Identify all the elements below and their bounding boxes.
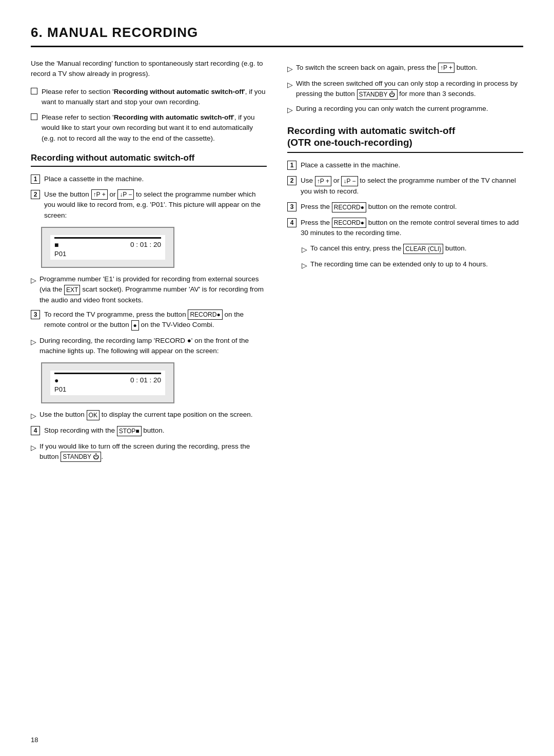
screen-icon-1: ■ — [54, 241, 58, 249]
arrow-right-icon-2: ▷ — [31, 337, 36, 347]
screen-icon-2: ● — [54, 376, 58, 384]
right-column: ▷ To switch the screen back on again, pr… — [287, 59, 523, 466]
bullet-item-2: Please refer to section 'Recording with … — [31, 112, 267, 144]
checkbox-icon — [31, 88, 37, 94]
step-1-text: Place a cassette in the machine. — [44, 174, 267, 184]
step-right-num-4: 4 — [287, 218, 296, 227]
right-arrow-1-text: To switch the screen back on again, pres… — [296, 63, 478, 73]
ok-kbd: OK — [87, 410, 100, 420]
arrow-record-text: During recording, the recording lamp 'RE… — [39, 336, 267, 357]
right-arrow-2-text: With the screen switched off you can onl… — [296, 79, 523, 100]
tp-minus-kbd-r2: ↓P − — [341, 176, 358, 186]
step-right-1: 1 Place a cassette in the machine. — [287, 160, 523, 170]
stop-kbd: STOP■ — [117, 426, 142, 436]
step-right-num-2: 2 — [287, 176, 296, 185]
screen-display-1: ■ 0 : 01 : 20 P01 — [41, 227, 174, 268]
step-right-3-text: Press the RECORD● button on the remote c… — [301, 202, 523, 212]
step-right-num-3: 3 — [287, 202, 296, 211]
arrow-standby-note: ▷ If you would like to turn off the scre… — [31, 441, 267, 462]
tp-plus-kbd-r: ↑P + — [438, 63, 454, 73]
page-number: 18 — [31, 736, 38, 744]
tp-plus-kbd-r2: ↑P + — [315, 176, 331, 186]
bullet-1-text: Please refer to section 'Recording witho… — [42, 87, 267, 108]
record-kbd-r2: RECORD● — [332, 218, 366, 228]
standby-kbd: STANDBY ⏻ — [61, 452, 101, 462]
step-3-text: To record the TV programme, press the bu… — [44, 309, 267, 331]
tp-minus-kbd: ↓P − — [117, 189, 134, 200]
right-arrow-1: ▷ To switch the screen back on again, pr… — [287, 63, 523, 74]
tp-plus-kbd: ↑P + — [91, 189, 108, 200]
step-right-4: 4 Press the RECORD● button on the remote… — [287, 218, 523, 239]
arrow-ext-text: Programme number 'E1' is provided for re… — [39, 274, 267, 305]
standby-kbd-r: STANDBY ⏻ — [357, 89, 398, 100]
section-right-title: Recording with automatic switch-off(OTR … — [287, 125, 523, 153]
arrow-right-icon-r4: ▷ — [302, 244, 307, 255]
step-right-num-1: 1 — [287, 161, 296, 170]
arrow-right-icon: ▷ — [31, 275, 36, 286]
screen-row-1: ■ 0 : 01 : 20 — [54, 241, 161, 249]
step-right-3: 3 Press the RECORD● button on the remote… — [287, 202, 523, 212]
screen-display-2: ● 0 : 01 : 20 P01 — [41, 362, 174, 403]
arrow-ext-note: ▷ Programme number 'E1' is provided for … — [31, 274, 267, 305]
step-right-2: 2 Use ↑P + or ↓P − to select the program… — [287, 176, 523, 197]
screen-inner-2: ● 0 : 01 : 20 P01 — [50, 371, 165, 395]
step-2-text: Use the button ↑P + or ↓P − to select th… — [44, 189, 267, 221]
screen-inner-1: ■ 0 : 01 : 20 P01 — [50, 235, 165, 260]
right-arrow-2: ▷ With the screen switched off you can o… — [287, 79, 523, 100]
arrow-standby-text: If you would like to turn off the screen… — [39, 441, 267, 462]
screen-label-2: P01 — [54, 385, 161, 393]
clear-kbd: CLEAR (CLI) — [403, 244, 443, 254]
screen-row-2: ● 0 : 01 : 20 — [54, 376, 161, 384]
arrow-record-note: ▷ During recording, the recording lamp '… — [31, 336, 267, 357]
screen-bar-1 — [54, 237, 161, 239]
arrow-ok-note: ▷ Use the button OK to display the curre… — [31, 410, 267, 421]
bullet-item-1: Please refer to section 'Recording witho… — [31, 87, 267, 108]
record-kbd-r1: RECORD● — [332, 202, 366, 212]
record-kbd-1: RECORD● — [188, 309, 222, 320]
right-arrow-3-text: During a recording you can only watch th… — [296, 104, 488, 114]
arrow-right-icon-4: ▷ — [31, 442, 36, 453]
bullet-2-text: Please refer to section 'Recording with … — [42, 112, 267, 144]
arrow-right-icon-r3: ▷ — [287, 105, 293, 115]
screen-bar-2 — [54, 373, 161, 374]
step-left-4: 4 Stop recording with the STOP■ button. — [31, 425, 267, 436]
step-right-2-text: Use ↑P + or ↓P − to select the programme… — [301, 176, 523, 197]
arrow-right-icon-r2: ▷ — [287, 80, 293, 90]
arrow-extend-text: The recording time can be extended only … — [310, 259, 488, 269]
left-column: Use the 'Manual recording' function to s… — [31, 59, 267, 466]
step-right-4-text: Press the RECORD● button on the remote c… — [301, 218, 523, 239]
step-left-2: 2 Use the button ↑P + or ↓P − to select … — [31, 189, 267, 221]
step-num-4: 4 — [31, 426, 40, 435]
page-title: 6. MANUAL RECORDING — [31, 25, 523, 47]
right-arrow-3: ▷ During a recording you can only watch … — [287, 104, 523, 115]
step-left-1: 1 Place a cassette in the machine. — [31, 174, 267, 184]
checkbox-icon-2 — [31, 113, 37, 120]
arrow-ok-text: Use the button OK to display the current… — [39, 410, 253, 420]
screen-label-1: P01 — [54, 250, 161, 258]
step-right-1-text: Place a cassette in the machine. — [301, 160, 523, 170]
arrow-extend-note: ▷ The recording time can be extended onl… — [302, 259, 523, 271]
arrow-cancel-text: To cancel this entry, press the CLEAR (C… — [310, 243, 466, 254]
step-left-3: 3 To record the TV programme, press the … — [31, 309, 267, 331]
step-num-1: 1 — [31, 175, 40, 184]
arrow-right-icon-3: ▷ — [31, 411, 36, 421]
step-num-2: 2 — [31, 190, 40, 199]
record-dot-kbd: ● — [131, 320, 139, 331]
screen-time-2: 0 : 01 : 20 — [130, 376, 161, 384]
ext-kbd: EXT — [64, 285, 80, 295]
section-left-title: Recording without automatic switch-off — [31, 153, 267, 167]
step-num-3: 3 — [31, 310, 40, 319]
screen-time-1: 0 : 01 : 20 — [130, 241, 161, 249]
arrow-right-icon-r1: ▷ — [287, 64, 293, 74]
step-4-text: Stop recording with the STOP■ button. — [44, 425, 267, 436]
intro-para: Use the 'Manual recording' function to s… — [31, 59, 267, 80]
arrow-right-icon-r5: ▷ — [302, 260, 307, 271]
arrow-cancel-note: ▷ To cancel this entry, press the CLEAR … — [302, 243, 523, 255]
